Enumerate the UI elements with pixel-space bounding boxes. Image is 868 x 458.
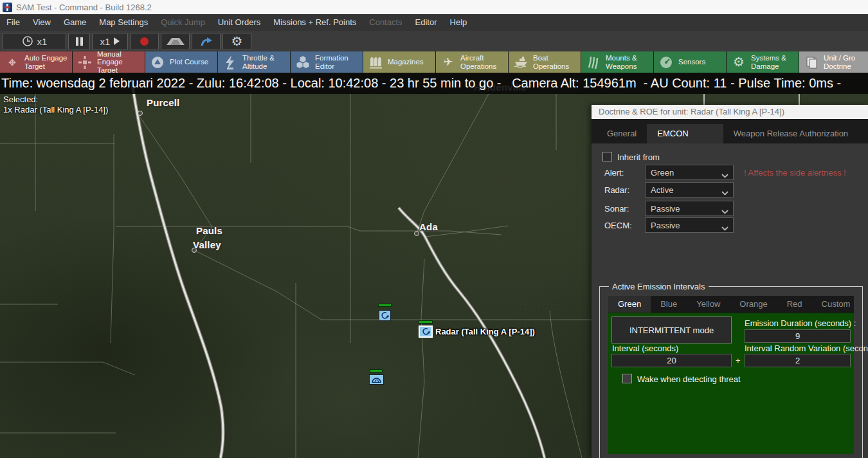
menu-map-settings[interactable]: Map Settings — [93, 14, 154, 31]
title-bar: SAM Test - Command - Build 1268.2 — [0, 0, 868, 14]
ribbon-label: Damage — [751, 62, 786, 71]
emission-duration-input[interactable]: 9 — [745, 329, 851, 343]
throttle-altitude-button[interactable]: Throttle &Altitude — [218, 51, 291, 73]
emission-tab-red[interactable]: Red — [777, 296, 812, 313]
ribbon-label: Boat — [533, 54, 569, 62]
perspective-view-button[interactable] — [161, 33, 190, 50]
sonar-dropdown[interactable]: Passive — [645, 201, 734, 216]
menu-bar: File View Game Map Settings Quick Jump U… — [0, 14, 868, 31]
boat-operations-button[interactable]: BoatOperations — [509, 51, 581, 73]
ribbon-label: Altitude — [242, 62, 275, 71]
town-label-ada: Ada — [419, 221, 438, 232]
chevron-down-icon — [721, 188, 728, 197]
boat-icon — [512, 55, 529, 70]
ribbon-label: Aircraft — [460, 54, 496, 62]
emission-tab-bar: Green Blue Yellow Orange Red Custom — [608, 296, 854, 313]
interval-label: Interval (seconds) — [612, 344, 678, 353]
systems-damage-button[interactable]: ⚙ Systems &Damage — [727, 51, 799, 73]
inherit-from-label: Inherit from — [617, 152, 660, 162]
ribbon-label: Systems & — [751, 54, 786, 62]
window-title: SAM Test - Command - Build 1268.2 — [16, 3, 152, 12]
manual-engage-target-button[interactable]: ManualEngage Target — [73, 51, 145, 73]
ribbon-toolbar: Auto EngageTarget ManualEngage Target Pl… — [0, 51, 868, 73]
oecm-value: Passive — [651, 221, 680, 230]
emission-tab-orange[interactable]: Orange — [730, 296, 777, 313]
intermittent-mode-button[interactable]: INTERMITTENT mode — [611, 316, 732, 344]
ribbon-label: Manual — [97, 51, 145, 58]
emission-tab-custom[interactable]: Custom — [812, 296, 860, 313]
gear-icon: ⚙ — [730, 57, 747, 68]
chevron-down-icon — [721, 206, 728, 216]
pause-button[interactable] — [68, 33, 90, 50]
emission-duration-label: Emission Duration (seconds) : — [745, 318, 856, 328]
menu-missions-ref-points[interactable]: Missions + Ref. Points — [267, 14, 363, 31]
menu-game[interactable]: Game — [57, 14, 93, 31]
radar-dropdown[interactable]: Active — [645, 182, 734, 197]
emission-tab-yellow[interactable]: Yellow — [687, 296, 730, 313]
ribbon-label: Auto Engage — [24, 54, 68, 62]
play-icon — [114, 37, 120, 45]
sonar-value: Passive — [651, 204, 680, 214]
lightning-icon — [222, 55, 239, 70]
magazines-button[interactable]: Magazines — [363, 51, 436, 73]
radar-unit-icon[interactable] — [379, 310, 391, 321]
radar-unit-icon-selected[interactable] — [419, 325, 433, 338]
ribbon-label: Operations — [533, 62, 569, 71]
wake-when-detecting-threat-checkbox[interactable] — [622, 374, 632, 383]
chevron-down-icon — [721, 223, 728, 233]
ribbon-label: Magazines — [388, 58, 424, 66]
formation-editor-button[interactable]: FormationEditor — [291, 51, 363, 73]
alert-dropdown[interactable]: Green — [645, 165, 734, 180]
sensors-button[interactable]: Sensors — [654, 51, 727, 73]
curved-arrow-icon — [199, 35, 213, 47]
jump-to-button[interactable] — [192, 33, 221, 50]
ribbon-label: Sensors — [678, 58, 705, 66]
ribbon-label: Engage Target — [97, 58, 145, 73]
oecm-dropdown[interactable]: Passive — [645, 217, 734, 233]
emission-tab-green[interactable]: Green — [608, 296, 651, 313]
documents-icon — [803, 55, 820, 70]
command-logo-icon — [3, 3, 12, 12]
crosshair-arrows-icon — [77, 55, 93, 70]
menu-editor[interactable]: Editor — [409, 14, 444, 31]
health-bar — [378, 304, 392, 307]
record-button[interactable] — [130, 33, 159, 50]
interval-random-variation-input[interactable]: 2 — [745, 354, 851, 367]
tab-general[interactable]: General — [597, 124, 647, 143]
selected-title: Selected: — [3, 95, 108, 105]
hexagon-cluster-icon — [294, 55, 311, 70]
plot-course-button[interactable]: Plot Course — [145, 51, 218, 73]
tab-wra[interactable]: Weapon Release Authorization (WRA) — [723, 124, 868, 143]
menu-help[interactable]: Help — [444, 14, 474, 31]
alert-value: Green — [651, 168, 674, 178]
inherit-from-checkbox[interactable] — [602, 152, 612, 161]
tab-emcon-settings[interactable]: EMCON Settings — [647, 124, 723, 143]
ribbon-label: Weapons — [606, 62, 637, 71]
town-label-purcell: Purcell — [147, 97, 179, 108]
time-compression-button[interactable]: x1 — [3, 33, 66, 50]
play-button[interactable]: x1 — [92, 33, 128, 50]
runway-icon — [164, 35, 187, 47]
sim-time-bar: Time: woensdag 2 februari 2022 - Zulu: 1… — [0, 73, 868, 94]
plot-course-icon — [149, 55, 166, 70]
town-label-pauls-valley-line2: Valley — [193, 239, 221, 250]
emission-tab-blue[interactable]: Blue — [651, 296, 687, 313]
radar-dish-icon — [658, 55, 674, 70]
settings-button[interactable]: ⚙ — [222, 33, 251, 50]
menu-file[interactable]: File — [0, 14, 26, 31]
town-dot-ada — [414, 231, 419, 236]
doctrine-roe-dialog: Doctrine & ROE for unit: Radar (Tall Kin… — [592, 105, 868, 458]
selected-item: 1x Radar (Tall King A [P-14]) — [3, 105, 108, 115]
aircraft-operations-button[interactable]: ✈ AircraftOperations — [436, 51, 509, 73]
interval-input[interactable]: 20 — [611, 354, 732, 367]
menu-unit-orders[interactable]: Unit Orders — [212, 14, 267, 31]
time-control-toolbar: x1 x1 ⚙ — [0, 31, 868, 51]
mounts-weapons-button[interactable]: Mounts &Weapons — [581, 51, 654, 73]
emcon-settings-panel: Inherit from Alert: Green ! Affects the … — [592, 143, 868, 458]
ribbon-label: Mounts & — [606, 54, 637, 62]
menu-view[interactable]: View — [26, 14, 57, 31]
facility-unit-icon[interactable] — [369, 374, 384, 385]
sonar-label: Sonar: — [604, 204, 629, 214]
auto-engage-target-button[interactable]: Auto EngageTarget — [0, 51, 73, 73]
unit-group-doctrine-button[interactable]: Unit / GroDoctrine — [799, 51, 868, 73]
